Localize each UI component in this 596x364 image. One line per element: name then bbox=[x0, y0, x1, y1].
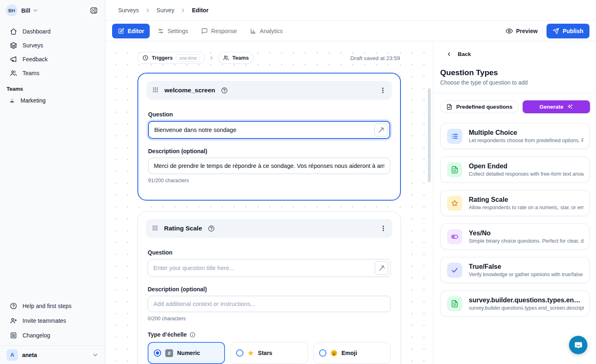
question-type-title: True/False bbox=[469, 263, 584, 270]
radio-selected-icon bbox=[154, 349, 161, 357]
question-type-end-screen[interactable]: survey.builder.questions.types.end_scr..… bbox=[440, 290, 590, 317]
triggers-chip[interactable]: Triggers one-time bbox=[137, 52, 205, 64]
sliders-icon bbox=[157, 28, 164, 34]
drag-handle-icon[interactable] bbox=[152, 87, 159, 94]
generate-button[interactable]: Generate bbox=[523, 100, 590, 113]
smiley-emoji-icon bbox=[331, 350, 337, 357]
sidebar-item-help[interactable]: Help and first steps bbox=[0, 299, 105, 313]
question-type-title: Multiple Choice bbox=[469, 129, 584, 136]
question-title-input[interactable] bbox=[148, 121, 390, 139]
sidebar-item-label: Invite teammates bbox=[22, 317, 66, 324]
file-text-icon bbox=[447, 296, 462, 311]
team-label: Marketing bbox=[20, 97, 45, 104]
hash-keycap-icon: # bbox=[165, 349, 173, 357]
teams-chip[interactable]: Teams bbox=[218, 52, 254, 64]
info-icon[interactable] bbox=[189, 332, 196, 338]
question-card-title: Rating Scale bbox=[164, 225, 202, 232]
sidebar-item-surveys[interactable]: Surveys bbox=[0, 38, 105, 52]
scale-type-label: Type d’échelle bbox=[148, 331, 391, 338]
sidebar-footer: Help and first steps Invite teammates Ch… bbox=[0, 299, 105, 364]
question-description-input[interactable] bbox=[148, 158, 390, 174]
drag-handle-icon[interactable] bbox=[152, 225, 158, 232]
sidebar-item-feedback[interactable]: Feedback bbox=[0, 52, 105, 66]
question-type-open-ended[interactable]: Open Ended Collect detailed responses wi… bbox=[440, 156, 590, 183]
user-name: aneta bbox=[22, 352, 37, 358]
char-count: 91/200 characters bbox=[148, 178, 390, 183]
scale-type-options: # Numeric ★ Stars Emoji bbox=[148, 342, 391, 364]
user-menu[interactable]: A aneta bbox=[0, 345, 105, 364]
tab-settings[interactable]: Settings bbox=[153, 24, 193, 38]
breadcrumb-survey[interactable]: Survey bbox=[157, 7, 175, 13]
question-type-rating-scale[interactable]: Rating Scale Allow respondents to rate o… bbox=[440, 190, 590, 216]
char-count: 0/200 characters bbox=[148, 316, 391, 322]
scale-option-emoji[interactable]: Emoji bbox=[313, 342, 391, 364]
sidebar-item-label: Teams bbox=[22, 70, 39, 76]
tab-editor[interactable]: Editor bbox=[112, 24, 150, 38]
help-circle-icon bbox=[10, 302, 17, 310]
sidebar-item-teams[interactable]: Teams bbox=[0, 66, 105, 80]
chat-launcher-button[interactable] bbox=[569, 336, 587, 354]
generate-label: Generate bbox=[540, 104, 564, 110]
sidebar-item-invite[interactable]: Invite teammates bbox=[0, 313, 105, 328]
scale-option-stars[interactable]: ★ Stars bbox=[230, 342, 308, 364]
list-icon bbox=[447, 129, 462, 144]
question-card-header: welcome_screen bbox=[146, 81, 392, 100]
user-plus-icon bbox=[10, 317, 17, 324]
question-title-input[interactable] bbox=[148, 259, 391, 277]
help-circle-icon[interactable] bbox=[221, 87, 228, 94]
sidebar-item-label: Surveys bbox=[22, 42, 43, 49]
question-type-list: Multiple Choice Let respondents choose f… bbox=[440, 123, 590, 317]
sidebar-item-label: Help and first steps bbox=[22, 303, 72, 309]
question-type-title: Open Ended bbox=[469, 163, 584, 170]
question-card-rating-scale[interactable]: Rating Scale Question Description (optio… bbox=[137, 211, 401, 364]
sidebar-item-changelog[interactable]: Changelog bbox=[0, 328, 105, 343]
question-type-yes-no[interactable]: Yes/No Simple binary choice questions. P… bbox=[440, 223, 590, 250]
sidebar-item-label: Feedback bbox=[22, 56, 47, 63]
help-circle-icon[interactable] bbox=[208, 225, 215, 232]
left-sidebar: BH Bill Dashboard Surveys F bbox=[0, 0, 106, 364]
predefined-questions-button[interactable]: Predefined questions bbox=[440, 100, 519, 113]
panel-collapse-icon bbox=[90, 7, 98, 14]
survey-canvas: Triggers one-time Teams Draft saved at 2… bbox=[106, 41, 433, 364]
breadcrumb-surveys[interactable]: Surveys bbox=[118, 7, 139, 13]
kebab-menu-icon[interactable] bbox=[380, 87, 386, 94]
preview-button[interactable]: Preview bbox=[506, 27, 538, 35]
workspace-switcher[interactable]: BH Bill bbox=[0, 0, 105, 21]
canvas-scrollbar[interactable] bbox=[428, 88, 431, 182]
radio-unselected-icon bbox=[236, 349, 243, 357]
question-type-title: Yes/No bbox=[469, 230, 584, 237]
newspaper-icon bbox=[10, 332, 17, 339]
question-card-welcome-screen[interactable]: welcome_screen Question Description (opt… bbox=[137, 73, 401, 201]
description-label: Description (optional) bbox=[148, 286, 391, 293]
question-description-input[interactable] bbox=[148, 296, 391, 312]
radio-unselected-icon bbox=[319, 349, 326, 357]
sidebar-nav: Dashboard Surveys Feedback Teams bbox=[0, 25, 105, 80]
question-type-multiple-choice[interactable]: Multiple Choice Let respondents choose f… bbox=[440, 123, 590, 149]
ai-rewrite-button[interactable] bbox=[375, 261, 388, 275]
home-icon bbox=[10, 28, 17, 35]
scale-option-numeric[interactable]: # Numeric bbox=[148, 342, 225, 364]
ai-rewrite-button[interactable] bbox=[374, 123, 388, 137]
question-label: Question bbox=[148, 249, 391, 256]
tab-label: Editor bbox=[128, 28, 144, 34]
magic-wand-icon bbox=[378, 127, 385, 133]
panel-actions: Predefined questions Generate bbox=[440, 100, 590, 113]
sidebar-collapse-button[interactable] bbox=[88, 4, 100, 17]
tab-analytics[interactable]: Analytics bbox=[245, 24, 287, 38]
chat-bubble-icon bbox=[574, 340, 583, 350]
kebab-menu-icon[interactable] bbox=[380, 225, 387, 232]
sidebar-item-dashboard[interactable]: Dashboard bbox=[0, 25, 105, 38]
question-type-title: Rating Scale bbox=[469, 196, 584, 203]
back-button[interactable]: Back bbox=[446, 51, 471, 57]
send-icon bbox=[553, 28, 559, 34]
publish-button[interactable]: Publish bbox=[547, 24, 589, 38]
message-square-icon bbox=[201, 28, 208, 34]
layers-icon bbox=[10, 42, 17, 49]
question-type-description: Collect detailed responses with free-for… bbox=[469, 171, 584, 177]
triggers-chip-label: Triggers bbox=[152, 55, 173, 61]
question-type-description: Verify knowledge or gather opinions with… bbox=[469, 272, 584, 277]
technologist-emoji-icon bbox=[9, 97, 16, 104]
question-type-true-false[interactable]: True/False Verify knowledge or gather op… bbox=[440, 257, 590, 283]
sidebar-item-team-marketing[interactable]: Marketing bbox=[0, 94, 105, 107]
tab-response[interactable]: Response bbox=[197, 24, 241, 38]
